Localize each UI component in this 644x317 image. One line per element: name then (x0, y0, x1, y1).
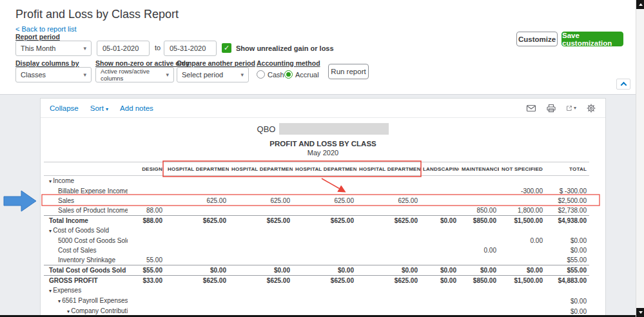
cell-value (459, 255, 499, 265)
cell-value: 625.00 (356, 196, 420, 206)
report-table: DESIGNHOSPITAL DEPARTMENT 1HOSPITAL DEPA… (44, 162, 589, 316)
collapse-filter-panel-button[interactable] (616, 79, 630, 90)
cell-value (229, 285, 293, 296)
cell-value: $0.00 (420, 216, 459, 226)
back-to-report-list-link[interactable]: < Back to report list (15, 25, 76, 33)
cell-value: $ -300.00 (545, 186, 589, 196)
sort-link[interactable]: Sort ▾ (90, 104, 108, 112)
export-icon[interactable]: ▾ (566, 103, 576, 113)
date-to-input[interactable] (164, 41, 217, 56)
cell-value (499, 245, 545, 255)
scroll-up-button[interactable] (636, 0, 644, 9)
cell-value (459, 186, 499, 196)
cell-value: $4,883.00 (545, 276, 589, 286)
unrealized-gain-checkbox[interactable]: ✓ (222, 43, 231, 53)
add-notes-link[interactable]: Add notes (120, 104, 153, 112)
cell-value (420, 236, 459, 245)
cell-value: $2,738.00 (545, 206, 589, 216)
company-name-line: QBO (41, 123, 605, 135)
date-from-input[interactable] (97, 41, 150, 56)
cell-value (229, 176, 293, 187)
cell-value (420, 245, 459, 255)
cell-value: 850.00 (459, 206, 499, 216)
save-customization-button[interactable]: Save customization (561, 32, 623, 46)
cell-value: $0.00 (229, 265, 293, 276)
display-columns-label: Display columns by (15, 59, 79, 67)
cell-value: $0.00 (545, 236, 589, 245)
cell-value (165, 255, 229, 265)
accrual-radio[interactable] (284, 70, 293, 79)
cell-value (293, 296, 356, 306)
run-report-button[interactable]: Run report (328, 64, 369, 79)
report-toolbar: Collapse Sort ▾ Add notes ▾ (41, 99, 605, 118)
row-label: Sales (58, 197, 74, 204)
column-header: NOT SPECIFIED (499, 162, 545, 176)
row-label-cell: GROSS PROFIT (44, 276, 128, 286)
display-columns-select[interactable]: Classes ▾ (15, 67, 92, 82)
cell-value (459, 176, 499, 187)
cell-value: $0.00 (545, 296, 589, 306)
table-row: ▾ 6561 Payroll Expenses$0.00 (44, 296, 589, 306)
cell-value (356, 236, 420, 245)
cell-value (356, 255, 420, 265)
customize-button[interactable]: Customize (516, 32, 558, 46)
date-to-label: to (155, 44, 161, 52)
cell-value: 0.00 (499, 236, 545, 245)
cell-value: $625.00 (356, 276, 420, 286)
accounting-method-label: Accounting method (257, 59, 320, 67)
cell-value (459, 236, 499, 245)
cell-value (165, 285, 229, 296)
print-icon[interactable] (546, 103, 556, 113)
table-row: Total Income$88.00$625.00$625.00$625.00$… (44, 216, 589, 226)
cell-value (356, 206, 420, 216)
cell-value (128, 226, 165, 236)
report-period-label: Report period (15, 33, 60, 41)
cell-value (293, 255, 356, 265)
cell-value (545, 176, 589, 187)
chevron-down-icon: ▾ (166, 72, 169, 78)
compare-period-select[interactable]: Select period ▾ (177, 67, 249, 82)
scroll-down-button[interactable] (636, 308, 644, 317)
cell-value: $4,938.00 (545, 216, 589, 226)
cell-value: $2,500.00 (545, 196, 589, 206)
row-label: Cost of Goods Sold (53, 227, 109, 234)
cell-value: 0.00 (459, 245, 499, 255)
table-row: ▾ Cost of Goods Sold (44, 226, 589, 236)
email-icon[interactable] (526, 103, 536, 113)
cell-value (165, 186, 229, 196)
cell-value (420, 206, 459, 216)
cell-value (293, 285, 356, 296)
report-period-select[interactable]: This Month ▾ (15, 41, 92, 56)
cell-value: $33.00 (128, 276, 165, 286)
collapse-link[interactable]: Collapse (50, 104, 79, 112)
cell-value: 625.00 (165, 196, 229, 206)
table-header-row: DESIGNHOSPITAL DEPARTMENT 1HOSPITAL DEPA… (44, 162, 589, 176)
unrealized-gain-label: Show unrealized gain or loss (236, 44, 334, 52)
cell-value (229, 206, 293, 216)
active-only-select[interactable]: Active rows/active columns ▾ (95, 67, 174, 82)
column-header: HOSPITAL DEPARTMENT 4 (356, 162, 420, 176)
cell-value (420, 255, 459, 265)
table-row: Sales625.00625.00625.00625.00$2,500.00 (44, 196, 589, 206)
cell-value (229, 296, 293, 306)
cell-value (499, 226, 545, 236)
cell-value: $850.00 (459, 216, 499, 226)
cell-value (420, 226, 459, 236)
compare-period-value: Select period (182, 71, 223, 79)
settings-gear-icon[interactable] (586, 103, 596, 113)
blue-pointer-arrow (4, 191, 36, 211)
cell-value: $0.00 (165, 265, 229, 276)
cell-value: $625.00 (356, 216, 420, 226)
row-label: 5000 Cost of Goods Sold (58, 237, 128, 244)
cell-value: $0.00 (420, 265, 459, 276)
cell-value: $625.00 (229, 276, 293, 286)
row-label: Cost of Sales (58, 247, 96, 254)
cell-value: $625.00 (293, 216, 356, 226)
row-label-cell: Total Income (44, 216, 128, 226)
cell-value (499, 196, 545, 206)
vertical-scrollbar[interactable] (636, 0, 644, 317)
cash-radio[interactable] (257, 70, 265, 79)
row-label-cell: ▾ Cost of Goods Sold (44, 226, 128, 236)
display-columns-value: Classes (21, 71, 46, 79)
cell-value (499, 296, 545, 306)
